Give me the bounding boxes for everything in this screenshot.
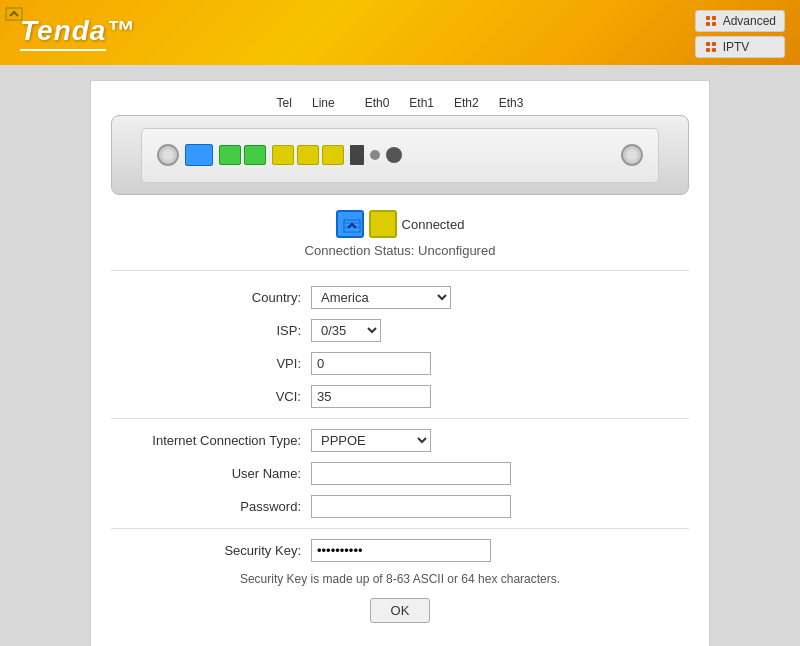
svg-rect-2 bbox=[706, 22, 710, 26]
isp-row: ISP: 0/35 1/32 8/35 bbox=[111, 319, 689, 342]
divider-1 bbox=[111, 270, 689, 271]
port-group-yellow bbox=[272, 145, 344, 165]
vci-label: VCI: bbox=[111, 389, 311, 404]
port-group-green bbox=[219, 145, 266, 165]
eth3-label: Eth3 bbox=[499, 96, 524, 110]
security-key-row: Security Key: bbox=[111, 539, 689, 562]
connected-text: Connected bbox=[402, 217, 465, 232]
panel: Tel Line Eth0 Eth1 Eth2 Eth3 bbox=[90, 80, 710, 646]
connection-status: Connection Status: Unconfigured bbox=[111, 243, 689, 258]
eth2-label: Eth2 bbox=[454, 96, 479, 110]
port-yellow-2 bbox=[297, 145, 319, 165]
advanced-icon bbox=[704, 14, 718, 28]
username-label: User Name: bbox=[111, 466, 311, 481]
status-icon-blue bbox=[336, 210, 364, 238]
port-yellow-1 bbox=[272, 145, 294, 165]
port-blue bbox=[185, 144, 213, 166]
port-usb bbox=[350, 145, 364, 165]
conn-type-label: Internet Connection Type: bbox=[111, 433, 311, 448]
svg-rect-9 bbox=[6, 8, 22, 20]
conn-type-select[interactable]: PPPOE Dynamic IP Static IP PPPoA bbox=[311, 429, 431, 452]
vci-row: VCI: bbox=[111, 385, 689, 408]
iptv-icon bbox=[704, 40, 718, 54]
eth0-label: Eth0 bbox=[365, 96, 390, 110]
password-row: Password: bbox=[111, 495, 689, 518]
main-content: Tel Line Eth0 Eth1 Eth2 Eth3 bbox=[0, 65, 800, 646]
country-select[interactable]: America Europe Asia Other bbox=[311, 286, 451, 309]
vpi-input[interactable] bbox=[311, 352, 431, 375]
top-buttons: Advanced IPTV bbox=[695, 10, 785, 58]
vpi-row: VPI: bbox=[111, 352, 689, 375]
vci-input[interactable] bbox=[311, 385, 431, 408]
conn-status-value: Unconfigured bbox=[418, 243, 495, 258]
iptv-button[interactable]: IPTV bbox=[695, 36, 785, 58]
svg-rect-4 bbox=[706, 42, 710, 46]
isp-label: ISP: bbox=[111, 323, 311, 338]
port-green-1 bbox=[219, 145, 241, 165]
advanced-label: Advanced bbox=[723, 14, 776, 28]
country-label: Country: bbox=[111, 290, 311, 305]
iptv-label: IPTV bbox=[723, 40, 750, 54]
tel-label: Tel bbox=[277, 96, 292, 110]
svg-rect-5 bbox=[712, 42, 716, 46]
username-input[interactable] bbox=[311, 462, 511, 485]
security-note: Security Key is made up of 8-63 ASCII or… bbox=[111, 572, 689, 586]
form-section: Country: America Europe Asia Other ISP: … bbox=[111, 281, 689, 628]
divider-2 bbox=[111, 418, 689, 419]
line-label: Line bbox=[312, 96, 335, 110]
tenda-logo: Tenda™ bbox=[20, 15, 135, 51]
vpi-label: VPI: bbox=[111, 356, 311, 371]
conn-status-label: Connection Status: bbox=[305, 243, 415, 258]
security-key-input[interactable] bbox=[311, 539, 491, 562]
header: Tenda™ Advanced bbox=[0, 0, 800, 65]
svg-rect-6 bbox=[706, 48, 710, 52]
port-labels: Tel Line Eth0 Eth1 Eth2 Eth3 bbox=[111, 96, 689, 110]
router-body bbox=[141, 128, 659, 183]
ok-button[interactable]: OK bbox=[370, 598, 431, 623]
country-row: Country: America Europe Asia Other bbox=[111, 286, 689, 309]
router-knob-right bbox=[621, 144, 643, 166]
isp-select[interactable]: 0/35 1/32 8/35 bbox=[311, 319, 381, 342]
password-label: Password: bbox=[111, 499, 311, 514]
svg-rect-7 bbox=[712, 48, 716, 52]
port-green-2 bbox=[244, 145, 266, 165]
divider-3 bbox=[111, 528, 689, 529]
svg-rect-0 bbox=[706, 16, 710, 20]
port-yellow-3 bbox=[322, 145, 344, 165]
advanced-button[interactable]: Advanced bbox=[695, 10, 785, 32]
username-row: User Name: bbox=[111, 462, 689, 485]
svg-rect-1 bbox=[712, 16, 716, 20]
router-knob-left bbox=[157, 144, 179, 166]
password-input[interactable] bbox=[311, 495, 511, 518]
router-image bbox=[111, 115, 689, 195]
port-power bbox=[386, 147, 402, 163]
status-icon-yellow bbox=[369, 210, 397, 238]
security-key-label: Security Key: bbox=[111, 543, 311, 558]
svg-rect-3 bbox=[712, 22, 716, 26]
eth1-label: Eth1 bbox=[409, 96, 434, 110]
port-round-small bbox=[370, 150, 380, 160]
conn-type-row: Internet Connection Type: PPPOE Dynamic … bbox=[111, 429, 689, 452]
status-icons: Connected bbox=[111, 210, 689, 238]
